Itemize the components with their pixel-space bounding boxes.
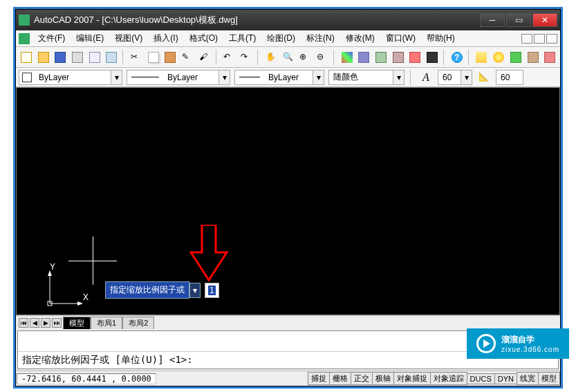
menu-help[interactable]: 帮助(H): [421, 31, 461, 46]
lineweight-dropdown[interactable]: ByLayer ▾: [234, 70, 324, 85]
watermark-badge: 溜溜自学 zixue.3d66.com: [467, 328, 569, 359]
menu-window[interactable]: 窗口(W): [380, 31, 421, 46]
grid-toggle[interactable]: 栅格: [329, 372, 351, 385]
save-button[interactable]: [53, 50, 68, 65]
snap-toggle[interactable]: 捕捉: [308, 372, 330, 385]
tab-first-button[interactable]: ⏮: [19, 318, 28, 328]
angle-dropdown[interactable]: 60 ▾: [438, 70, 472, 85]
coordinates-display[interactable]: -72.6416, 60.4441 , 0.0000: [17, 373, 156, 384]
tab-prev-button[interactable]: ◀: [30, 318, 39, 328]
mdi-controls: [521, 34, 557, 44]
menu-modify[interactable]: 修改(M): [340, 31, 380, 46]
tool-pal-button[interactable]: [373, 50, 389, 65]
redo-button[interactable]: ↷: [239, 50, 254, 65]
font-button[interactable]: A: [418, 70, 434, 85]
calc-button[interactable]: [425, 50, 440, 65]
menu-file[interactable]: 文件(F): [32, 31, 71, 46]
minimize-button[interactable]: ─: [480, 13, 505, 27]
chevron-down-icon: ▾: [111, 71, 122, 84]
render-button[interactable]: [526, 50, 541, 65]
print-button[interactable]: [70, 50, 85, 65]
play-icon: [476, 334, 496, 353]
dyn-toggle[interactable]: DYN: [494, 373, 517, 384]
cut-button[interactable]: ✂: [129, 50, 144, 65]
color-name: 随颜色: [329, 71, 393, 83]
menu-dim[interactable]: 标注(N): [301, 31, 340, 46]
drawing-area[interactable]: Y X 指定缩放比例因子或 ▾ 1: [16, 87, 560, 315]
help-button[interactable]: ?: [449, 50, 465, 65]
tab-model[interactable]: 模型: [63, 317, 91, 329]
chevron-down-icon: ▾: [219, 71, 230, 84]
sun-button[interactable]: [508, 50, 523, 65]
menu-app-icon[interactable]: [19, 33, 30, 44]
titlebar[interactable]: AutoCAD 2007 - [C:\Users\luow\Desktop\模板…: [16, 10, 560, 30]
properties-toolbar: ByLayer ▾ ByLayer ▾ ByLayer ▾ 随颜色 ▾ A 60…: [16, 68, 560, 87]
publish-button[interactable]: [104, 50, 120, 65]
dynamic-prompt: 指定缩放比例因子或: [105, 281, 189, 299]
menu-insert[interactable]: 插入(I): [148, 31, 183, 46]
match-button[interactable]: ✎: [180, 50, 195, 65]
app-icon: [19, 15, 30, 26]
menu-tools[interactable]: 工具(T): [223, 31, 261, 46]
color-dropdown[interactable]: 随颜色 ▾: [328, 70, 405, 85]
angle-value: 60: [438, 73, 461, 82]
watermark-url: zixue.3d66.com: [501, 346, 559, 353]
mdi-close-button[interactable]: [546, 34, 557, 44]
dynamic-value-field[interactable]: 1: [205, 283, 219, 298]
linetype-name: ByLayer: [163, 73, 219, 82]
otrack-toggle[interactable]: 对象追踪: [430, 372, 467, 385]
svg-marker-5: [483, 339, 490, 348]
undo-button[interactable]: ↶: [222, 50, 237, 65]
layer-dropdown[interactable]: ByLayer ▾: [19, 70, 122, 85]
linetype-dropdown[interactable]: ByLayer ▾: [127, 70, 230, 85]
layers-button[interactable]: [474, 50, 490, 65]
ducs-toggle[interactable]: DUCS: [467, 373, 495, 384]
sheet-button[interactable]: [391, 50, 406, 65]
scale-dropdown[interactable]: 60: [496, 70, 523, 85]
close-button[interactable]: ✕: [532, 13, 557, 27]
ucs-x-label: X: [83, 292, 89, 302]
preview-button[interactable]: [87, 50, 102, 65]
menu-draw[interactable]: 绘图(D): [261, 31, 301, 46]
paste-button[interactable]: [163, 50, 178, 65]
tab-layout1[interactable]: 布局1: [91, 317, 122, 329]
menu-format[interactable]: 格式(O): [184, 31, 223, 46]
scale-button[interactable]: 📐: [476, 70, 492, 85]
menu-view[interactable]: 视图(V): [109, 31, 148, 46]
layout-tabs: ⏮ ◀ ▶ ⏭ 模型 布局1 布局2: [16, 315, 560, 329]
zoom-window-button[interactable]: ⊕: [297, 50, 313, 65]
brush-button[interactable]: 🖌: [197, 50, 212, 65]
tab-next-button[interactable]: ▶: [41, 318, 50, 328]
watermark-title: 溜溜自学: [501, 334, 559, 346]
open-button[interactable]: [36, 50, 51, 65]
layer-color-swatch: [22, 73, 32, 82]
dynamic-options-icon[interactable]: ▾: [189, 283, 201, 298]
material-button[interactable]: [542, 50, 557, 65]
tab-last-button[interactable]: ⏭: [52, 318, 62, 328]
polar-toggle[interactable]: 极轴: [372, 372, 394, 385]
dynamic-input[interactable]: 指定缩放比例因子或 ▾ 1: [105, 281, 219, 299]
lineweight-name: ByLayer: [264, 73, 313, 82]
osnap-toggle[interactable]: 对象捕捉: [393, 372, 431, 385]
model-toggle[interactable]: 模型: [538, 372, 560, 385]
dcenter-button[interactable]: [356, 50, 371, 65]
props-button[interactable]: [340, 50, 355, 65]
mdi-minimize-button[interactable]: [521, 34, 532, 44]
lineweight-preview: [239, 77, 260, 77]
zoom-realtime-button[interactable]: 🔍: [281, 50, 296, 65]
pan-button[interactable]: ✋: [263, 50, 279, 65]
new-button[interactable]: [19, 50, 34, 65]
scale-value: 60: [496, 73, 523, 82]
mdi-restore-button[interactable]: [534, 34, 545, 44]
light-button[interactable]: [491, 50, 506, 65]
menu-edit[interactable]: 编辑(E): [71, 31, 109, 46]
tab-layout2[interactable]: 布局2: [122, 317, 154, 329]
status-bar: -72.6416, 60.4441 , 0.0000 捕捉 栅格 正交 极轴 对…: [16, 371, 560, 386]
copy-button[interactable]: [146, 50, 161, 65]
annotation-frame: AutoCAD 2007 - [C:\Users\luow\Desktop\模板…: [13, 7, 563, 389]
ortho-toggle[interactable]: 正交: [351, 372, 373, 385]
lwt-toggle[interactable]: 线宽: [517, 372, 539, 385]
maximize-button[interactable]: ▭: [506, 13, 531, 27]
zoom-prev-button[interactable]: ⊖: [315, 50, 330, 65]
markup-button[interactable]: [408, 50, 423, 65]
